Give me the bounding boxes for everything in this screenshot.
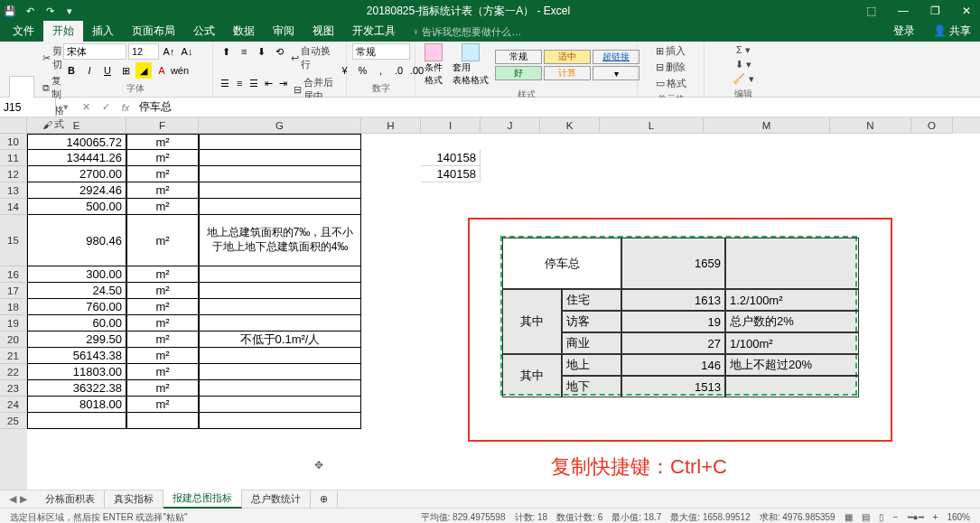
- sheet-tab-1[interactable]: 分栋面积表: [36, 490, 105, 508]
- new-sheet-button[interactable]: ⊕: [311, 491, 338, 507]
- font-size-select[interactable]: [128, 43, 159, 60]
- style-normal[interactable]: 常规: [495, 50, 542, 64]
- login-link[interactable]: 登录: [884, 21, 924, 42]
- col-header-N[interactable]: N: [830, 117, 911, 134]
- row-header-25[interactable]: 25: [0, 413, 27, 429]
- increase-decimal-icon[interactable]: .0: [391, 62, 407, 79]
- copied-cell[interactable]: 19: [621, 311, 725, 332]
- fill-color-icon[interactable]: ◢: [135, 62, 152, 79]
- orientation-icon[interactable]: ⟲: [271, 43, 286, 60]
- row-header-24[interactable]: 24: [0, 397, 27, 413]
- spreadsheet-grid[interactable]: E F G H I J K L M N O 101112131415161718…: [0, 117, 980, 490]
- decrease-font-icon[interactable]: A↓: [179, 43, 195, 60]
- copied-cell[interactable]: 总户数的2%: [725, 311, 859, 332]
- cell-F11[interactable]: m²: [126, 150, 199, 166]
- cancel-icon[interactable]: ✕: [76, 101, 96, 113]
- font-color-icon[interactable]: A: [154, 62, 170, 79]
- cell-E14[interactable]: 500.00: [27, 199, 126, 215]
- copied-cell[interactable]: 27: [621, 332, 725, 354]
- italic-icon[interactable]: I: [81, 62, 98, 79]
- view-normal-icon[interactable]: ▦: [840, 512, 857, 522]
- cell-G16[interactable]: [199, 266, 361, 283]
- col-header-K[interactable]: K: [540, 117, 600, 134]
- cell-E20[interactable]: 299.50: [27, 332, 126, 348]
- ribbon-options-icon[interactable]: ⬚: [861, 5, 882, 17]
- copied-cell[interactable]: 146: [621, 354, 725, 376]
- align-bottom-icon[interactable]: ⬇: [254, 43, 269, 60]
- align-center-icon[interactable]: ≡: [233, 75, 246, 91]
- align-left-icon[interactable]: ☰: [219, 75, 231, 91]
- currency-icon[interactable]: ¥: [337, 62, 353, 79]
- col-header-F[interactable]: F: [126, 117, 199, 134]
- copied-cell[interactable]: 访客: [562, 311, 621, 332]
- style-good[interactable]: 好: [495, 66, 542, 80]
- view-pagebreak-icon[interactable]: ▯: [874, 512, 889, 522]
- style-link[interactable]: 超链接: [593, 50, 639, 64]
- comma-icon[interactable]: ,: [373, 62, 389, 79]
- cell-E19[interactable]: 60.00: [27, 315, 126, 332]
- enter-icon[interactable]: ✓: [96, 101, 116, 113]
- row-header-23[interactable]: 23: [0, 380, 27, 397]
- tab-developer[interactable]: 开发工具: [343, 21, 405, 42]
- cell-F25[interactable]: [126, 413, 199, 429]
- col-header-I[interactable]: I: [421, 117, 481, 134]
- align-middle-icon[interactable]: ≡: [236, 43, 251, 60]
- cell-E24[interactable]: 8018.00: [27, 397, 126, 413]
- cell-F10[interactable]: m²: [126, 134, 199, 150]
- sheet-tab-4[interactable]: 总户数统计: [242, 490, 311, 508]
- border-icon[interactable]: ⊞: [117, 62, 134, 79]
- copied-cell[interactable]: 其中: [502, 354, 562, 397]
- col-header-M[interactable]: M: [704, 117, 830, 134]
- cell-G17[interactable]: [199, 283, 361, 299]
- copied-cell[interactable]: 1513: [621, 376, 725, 397]
- zoom-slider[interactable]: ━●━: [903, 512, 929, 522]
- cell-E25[interactable]: [27, 413, 126, 429]
- copied-cell[interactable]: 1.2/100m²: [725, 289, 859, 311]
- cell-G22[interactable]: [199, 364, 361, 380]
- sheet-tab-2[interactable]: 真实指标: [105, 490, 163, 508]
- row-header-20[interactable]: 20: [0, 332, 27, 348]
- delete-cells-button[interactable]: ⊟ 删除: [654, 60, 687, 75]
- row-header-21[interactable]: 21: [0, 348, 27, 364]
- col-header-L[interactable]: L: [600, 117, 704, 134]
- share-button[interactable]: 👤 共享: [924, 21, 980, 42]
- cell-F21[interactable]: m²: [126, 348, 199, 364]
- cell-F15[interactable]: m²: [126, 215, 199, 266]
- zoom-level[interactable]: 160%: [942, 512, 975, 522]
- row-header-19[interactable]: 19: [0, 315, 27, 332]
- cell-E16[interactable]: 300.00: [27, 266, 126, 283]
- cell-F16[interactable]: m²: [126, 266, 199, 283]
- cell-E12[interactable]: 2700.00: [27, 166, 126, 182]
- cell-F14[interactable]: m²: [126, 199, 199, 215]
- align-right-icon[interactable]: ☰: [247, 75, 260, 91]
- cell-G10[interactable]: [199, 134, 361, 150]
- col-header-E[interactable]: E: [27, 117, 126, 134]
- row-header-18[interactable]: 18: [0, 299, 27, 315]
- row-header-13[interactable]: 13: [0, 182, 27, 199]
- insert-cells-button[interactable]: ⊞ 插入: [654, 43, 687, 59]
- copied-cell[interactable]: [725, 238, 859, 289]
- cell-F17[interactable]: m²: [126, 283, 199, 299]
- sheet-tab-3[interactable]: 报建总图指标: [163, 490, 242, 509]
- cell-G24[interactable]: [199, 397, 361, 413]
- copied-cell[interactable]: 其中: [502, 289, 562, 354]
- underline-icon[interactable]: U: [99, 62, 116, 79]
- style-accent[interactable]: 适中: [544, 50, 591, 64]
- cell-F18[interactable]: m²: [126, 299, 199, 315]
- tab-home[interactable]: 开始: [43, 21, 83, 42]
- cell-E17[interactable]: 24.50: [27, 283, 126, 299]
- align-top-icon[interactable]: ⬆: [219, 43, 234, 60]
- table-format-button[interactable]: 套用 表格格式: [449, 43, 492, 87]
- font-name-select[interactable]: [63, 43, 126, 60]
- cell-E15[interactable]: 980.46: [27, 215, 126, 266]
- zoom-in-button[interactable]: +: [929, 512, 943, 522]
- tab-data[interactable]: 数据: [224, 21, 264, 42]
- percent-icon[interactable]: %: [355, 62, 371, 79]
- cell-E18[interactable]: 760.00: [27, 299, 126, 315]
- tab-view[interactable]: 视图: [303, 21, 343, 42]
- cell-G13[interactable]: [199, 182, 361, 199]
- copied-cell[interactable]: 地上: [562, 354, 621, 376]
- zoom-out-button[interactable]: −: [889, 512, 903, 522]
- autosum-button[interactable]: Σ ▾: [734, 43, 752, 57]
- cell-G18[interactable]: [199, 299, 361, 315]
